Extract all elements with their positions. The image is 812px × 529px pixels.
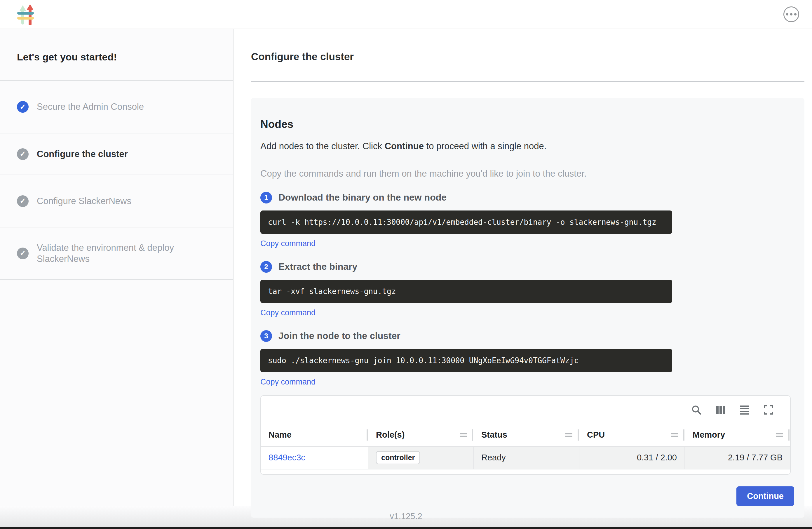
check-circle-icon: ✓: [17, 148, 29, 160]
page-title: Configure the cluster: [251, 51, 812, 62]
column-header-memory[interactable]: Memory: [685, 424, 790, 446]
step-number-badge: 3: [260, 330, 272, 342]
density-icon: [739, 405, 750, 415]
step-title: Extract the binary: [278, 261, 357, 272]
join-node-command-block: sudo ./slackernews-gnu join 10.0.0.11:30…: [260, 349, 672, 372]
search-button[interactable]: [691, 404, 702, 415]
columns-icon: [715, 405, 726, 415]
column-separator[interactable]: [472, 429, 473, 441]
nodes-card: Nodes Add nodes to the cluster. Click Co…: [251, 98, 804, 518]
cell-roles: controller: [368, 447, 474, 469]
more-options-button[interactable]: [783, 6, 799, 22]
column-menu-equals-icon[interactable]: [671, 433, 678, 437]
node-name-link[interactable]: 8849ec3c: [269, 453, 305, 462]
column-header-roles[interactable]: Role(s): [368, 424, 474, 446]
fullscreen-button[interactable]: [763, 405, 774, 415]
join-step-1-header: 1 Download the binary on the new node: [260, 192, 794, 203]
column-header-label: CPU: [587, 430, 605, 440]
nodes-table-card: Name Role(s) Status CPU: [260, 395, 791, 475]
bottom-strip: [0, 527, 812, 529]
column-separator[interactable]: [578, 429, 579, 441]
version-label: v1.125.2: [390, 512, 422, 521]
column-menu-equals-icon[interactable]: [565, 433, 572, 437]
cell-name: 8849ec3c: [261, 447, 368, 469]
search-icon: [691, 404, 702, 415]
column-header-cpu[interactable]: CPU: [579, 424, 685, 446]
column-header-label: Name: [269, 430, 292, 440]
cell-status: Ready: [474, 447, 579, 469]
fullscreen-icon: [763, 405, 774, 415]
join-step-3-header: 3 Join the node to the cluster: [260, 330, 794, 342]
table-header-row: Name Role(s) Status CPU: [261, 424, 790, 447]
columns-button[interactable]: [715, 405, 726, 415]
sidebar-step-label: Secure the Admin Console: [37, 101, 144, 112]
cell-memory: 2.19 / 7.77 GB: [685, 447, 790, 469]
step-number-badge: 1: [260, 192, 272, 203]
check-circle-icon: ✓: [17, 247, 29, 259]
column-header-label: Status: [481, 430, 507, 440]
sidebar-step-configure-slackernews: ✓ Configure SlackerNews: [0, 175, 233, 227]
sidebar-step-configure-cluster: ✓ Configure the cluster: [0, 133, 233, 175]
density-button[interactable]: [739, 405, 750, 415]
continue-button[interactable]: Continue: [736, 486, 794, 506]
slackernews-logo-icon: [17, 4, 34, 25]
column-header-label: Role(s): [376, 430, 405, 440]
column-header-label: Memory: [693, 430, 725, 440]
step-title: Download the binary on the new node: [278, 192, 447, 203]
nodes-heading: Nodes: [260, 118, 794, 130]
check-circle-icon: ✓: [17, 101, 29, 113]
sidebar-step-label: Configure SlackerNews: [37, 196, 131, 206]
table-footer-spacer: [261, 469, 790, 474]
table-row: 8849ec3c controller Ready 0.31 / 2.00 2.…: [261, 447, 790, 469]
continue-row: Continue: [260, 486, 794, 506]
sidebar-title: Let's get you started!: [0, 29, 233, 81]
column-menu-equals-icon[interactable]: [776, 433, 783, 437]
column-menu-equals-icon[interactable]: [460, 433, 467, 437]
sidebar-step-secure-admin-console: ✓ Secure the Admin Console: [0, 81, 233, 133]
check-circle-icon: ✓: [17, 195, 29, 207]
intro-continue-emphasis: Continue: [385, 141, 424, 151]
role-chip: controller: [376, 451, 420, 464]
sidebar-step-label: Configure the cluster: [37, 148, 128, 159]
sidebar-step-validate-deploy: ✓ Validate the environment & deploy Slac…: [0, 227, 233, 280]
column-header-status[interactable]: Status: [474, 424, 579, 446]
copy-command-link[interactable]: Copy command: [260, 239, 316, 248]
ellipsis-icon: [786, 13, 797, 15]
sidebar-step-label: Validate the environment & deploy Slacke…: [37, 242, 200, 264]
join-step-2-header: 2 Extract the binary: [260, 261, 794, 273]
column-header-name[interactable]: Name: [261, 424, 368, 446]
cell-cpu: 0.31 / 2.00: [579, 447, 685, 469]
intro-text: Add nodes to the cluster. Click: [260, 141, 385, 151]
step-number-badge: 2: [260, 261, 272, 273]
copy-instructions-text: Copy the commands and run them on the ma…: [260, 169, 794, 179]
main-content: Configure the cluster Nodes Add nodes to…: [233, 29, 812, 506]
step-title: Join the node to the cluster: [278, 330, 401, 341]
nodes-intro: Add nodes to the cluster. Click Continue…: [260, 141, 794, 152]
table-toolbar: [261, 396, 790, 424]
download-binary-command-block: curl -k https://10.0.0.11:30000/api/v1/e…: [260, 211, 672, 234]
column-separator[interactable]: [367, 429, 368, 441]
setup-steps-sidebar: Let's get you started! ✓ Secure the Admi…: [0, 29, 233, 506]
divider: [251, 81, 804, 82]
intro-text: to proceed with a single node.: [424, 141, 547, 151]
column-separator[interactable]: [788, 429, 789, 441]
column-separator[interactable]: [683, 429, 684, 441]
topbar: [0, 0, 812, 29]
copy-command-link[interactable]: Copy command: [260, 308, 316, 317]
copy-command-link[interactable]: Copy command: [260, 377, 316, 387]
extract-binary-command-block: tar -xvf slackernews-gnu.tgz: [260, 280, 672, 303]
